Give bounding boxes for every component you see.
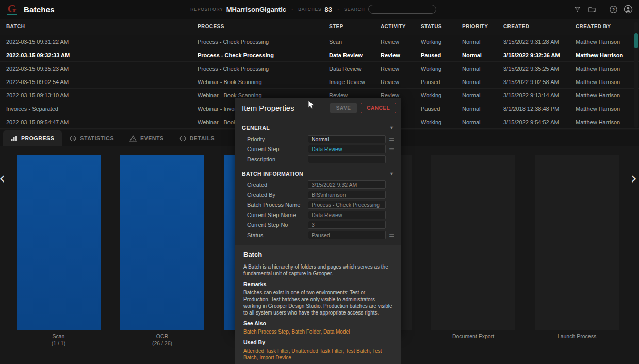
created-by-value: BIS\mharrison: [308, 191, 386, 199]
cell-status: Working: [415, 39, 456, 45]
link-batch-process-step[interactable]: Batch Process Step: [243, 329, 291, 335]
field-description: Description: [242, 154, 394, 164]
table-row[interactable]: 2022-03-15 09:31:22 AM Process - Check P…: [0, 35, 639, 48]
progress-bar[interactable]: [17, 155, 101, 330]
section-batch-information: BATCH INFORMATION ▼: [242, 171, 394, 177]
search-label: SEARCH: [344, 7, 365, 12]
table-row-selected[interactable]: 2022-03-15 09:32:33 AM Process - Check P…: [0, 48, 639, 62]
cell-batch: 2022-03-15 09:02:54 AM: [0, 79, 191, 85]
cell-step: Image Review: [323, 79, 374, 85]
cancel-button[interactable]: CANCEL: [361, 103, 396, 113]
link-unattended-task-filter[interactable]: Unattended Task Filter: [291, 348, 346, 354]
progress-bar[interactable]: [535, 155, 619, 330]
top-bar-icons: ?: [572, 4, 634, 15]
search-input[interactable]: [368, 5, 436, 14]
repository-value: MHarrisonGigantic: [226, 6, 286, 13]
progress-step-document-export: Document Export: [431, 155, 515, 346]
menu-icon[interactable]: ☰: [386, 146, 394, 153]
link-data-model[interactable]: Data Model: [323, 329, 350, 335]
cell-activity: Review: [374, 92, 415, 98]
cell-priority: Normal: [456, 39, 497, 45]
column-header-activity[interactable]: ACTIVITY: [374, 24, 415, 29]
field-created-by: Created By BIS\mharrison: [242, 190, 394, 200]
chevron-down-icon[interactable]: ▼: [389, 171, 394, 176]
dot-separator: ·: [337, 7, 339, 12]
help-title: Batch: [243, 251, 392, 258]
page-title: Batches: [24, 5, 55, 14]
cell-created: 3/15/2022 9:02:58 AM: [497, 79, 569, 85]
tab-progress[interactable]: PROGRESS: [3, 130, 62, 146]
tab-statistics[interactable]: STATISTICS: [62, 130, 122, 146]
created-value: 3/15/2022 9:32 AM: [308, 180, 386, 189]
current-step-input[interactable]: Data Review: [308, 145, 386, 153]
help-icon[interactable]: ?: [608, 4, 619, 15]
grooper-logo[interactable]: G: [5, 3, 19, 16]
carousel-next-icon[interactable]: ›: [631, 171, 637, 186]
cell-step: Data Review: [323, 52, 374, 58]
status-value: Paused: [308, 231, 386, 239]
modal-header: Item Properties SAVE CANCEL: [235, 98, 401, 118]
item-properties-modal: Item Properties SAVE CANCEL GENERAL ▼ Pr…: [235, 98, 401, 336]
cell-activity: Review: [374, 65, 415, 72]
step-name: Launch Process: [558, 333, 596, 339]
column-header-process[interactable]: PROCESS: [191, 24, 323, 29]
column-header-status[interactable]: STATUS: [415, 24, 456, 29]
cell-priority: Normal: [456, 119, 497, 125]
cell-process: Webinar - Book Scanning: [191, 92, 323, 98]
field-current-step-no: Current Step No 3: [242, 220, 394, 230]
batches-label: BATCHES: [298, 7, 321, 12]
field-current-step-name: Current Step Name Data Review: [242, 210, 394, 220]
menu-icon[interactable]: ☰: [386, 136, 394, 142]
used-by-heading: Used By: [243, 339, 392, 345]
link-import-device[interactable]: Import Device: [259, 355, 291, 360]
cell-process: Process - Check Processing: [191, 65, 323, 72]
filter-icon[interactable]: [572, 4, 583, 15]
table-row[interactable]: 2022-03-15 09:35:23 AM Process - Check P…: [0, 62, 639, 75]
cell-priority: Normal: [456, 52, 497, 58]
column-header-created-by[interactable]: CREATED BY: [569, 24, 639, 29]
description-input[interactable]: [308, 155, 386, 163]
field-label: Current Step: [242, 146, 308, 152]
modal-title: Item Properties: [242, 104, 330, 112]
field-batch-process-name: Batch Process Name Process - Check Proce…: [242, 200, 394, 210]
help-description: A Batch is a hierarchy of folders and pa…: [243, 263, 392, 277]
menu-icon[interactable]: ☰: [386, 231, 394, 238]
tab-events[interactable]: EVENTS: [122, 130, 172, 146]
cell-activity: Review: [374, 79, 415, 85]
scrollbar-thumb[interactable]: [634, 33, 638, 48]
column-header-created[interactable]: CREATED: [497, 24, 569, 29]
carousel-prev-icon[interactable]: ‹: [0, 171, 5, 186]
chevron-down-icon[interactable]: ▼: [389, 125, 394, 130]
table-scrollbar[interactable]: [634, 22, 638, 128]
link-attended-task-filter[interactable]: Attended Task Filter: [243, 348, 291, 354]
cell-created: 3/15/2022 9:31:28 AM: [497, 39, 569, 45]
progress-bar[interactable]: [120, 155, 204, 330]
see-also-links: Batch Process StepBatch FolderData Model: [243, 328, 392, 335]
field-label: Priority: [242, 136, 308, 142]
field-created: Created 3/15/2022 9:32 AM: [242, 180, 394, 190]
priority-input[interactable]: Normal: [308, 135, 386, 143]
save-button[interactable]: SAVE: [330, 103, 357, 113]
cell-batch: 2022-03-15 09:13:10 AM: [0, 92, 191, 98]
progress-bar[interactable]: [431, 155, 515, 330]
field-current-step: Current Step Data Review ☰: [242, 144, 394, 155]
table-row[interactable]: 2022-03-15 09:02:54 AM Webinar - Book Sc…: [0, 75, 639, 89]
cell-created-by: Matthew Harrison: [569, 65, 639, 72]
cell-batch: 2022-03-15 09:35:23 AM: [0, 65, 191, 72]
account-icon[interactable]: [622, 4, 634, 15]
column-header-step[interactable]: STEP: [323, 24, 374, 29]
link-batch-folder[interactable]: Batch Folder: [291, 329, 323, 335]
field-label: Created By: [242, 192, 308, 198]
cell-status: Paused: [415, 106, 456, 112]
cell-batch: Invoices - Separated: [0, 106, 191, 112]
new-batch-folder-icon[interactable]: [586, 4, 598, 15]
column-header-batch[interactable]: BATCH: [0, 24, 191, 29]
column-header-priority[interactable]: PRIORITY: [456, 24, 497, 29]
cell-priority: Normal: [456, 65, 497, 72]
cell-status: Working: [415, 92, 456, 98]
cell-created: 3/15/2022 9:54:52 AM: [497, 119, 569, 125]
progress-step-scan: Scan (1 / 1): [17, 155, 101, 346]
tab-details[interactable]: DETAILS: [172, 130, 222, 146]
cell-created-by: Matthew Harrison: [569, 39, 639, 45]
link-test-batch[interactable]: Test Batch: [346, 348, 372, 354]
